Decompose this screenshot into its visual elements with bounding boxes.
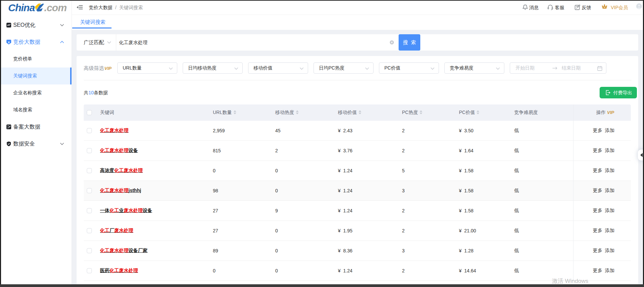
svg-text:¥: ¥	[8, 41, 9, 44]
